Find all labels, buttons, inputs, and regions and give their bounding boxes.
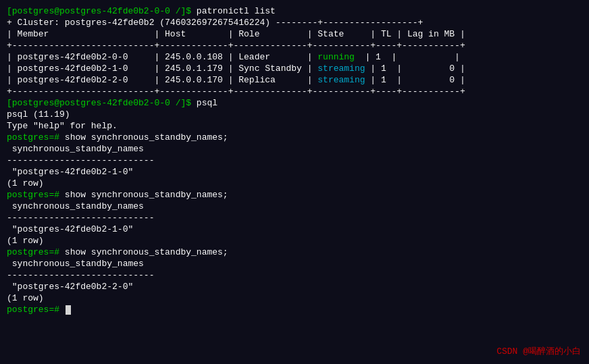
terminal-text: Type "help" for help.	[7, 121, 118, 131]
terminal-text: streaming	[317, 63, 365, 74]
terminal-line: | postgres-42fde0b2-1-0 | 245.0.1.179 | …	[7, 63, 582, 74]
terminal-text: synchronous_standby_names	[7, 144, 144, 154]
terminal-text: postgres=#	[7, 190, 65, 200]
terminal-line: postgres=# show synchronous_standby_name…	[7, 132, 582, 143]
terminal-text: postgres=#	[7, 132, 65, 142]
terminal-text: ----------------------------	[7, 155, 154, 165]
terminal-line: synchronous_standby_names	[7, 143, 582, 155]
terminal-text: | postgres-42fde0b2-0-0 | 245.0.0.108 | …	[7, 52, 317, 62]
terminal-text: (1 row)	[7, 236, 44, 246]
terminal-line: + Cluster: postgres-42fde0b2 (7460326972…	[7, 17, 582, 28]
terminal-line: [postgres@postgres-42fde0b2-0-0 /]$ patr…	[7, 5, 582, 17]
terminal-text: patronictl list	[197, 6, 276, 16]
terminal-cursor	[66, 305, 71, 315]
terminal-line: synchronous_standby_names	[7, 201, 582, 212]
terminal-text: running	[317, 52, 365, 62]
terminal-text: psql (11.19)	[7, 109, 70, 120]
terminal-text: "postgres-42fde0b2-2-0"	[7, 282, 133, 292]
terminal-line: ----------------------------	[7, 155, 582, 166]
terminal-text: (1 row)	[7, 178, 44, 188]
terminal-text: | postgres-42fde0b2-1-0 | 245.0.1.179 | …	[7, 63, 317, 74]
terminal-text: | 1 | 0 |	[365, 63, 465, 74]
terminal-line: | postgres-42fde0b2-2-0 | 245.0.0.170 | …	[7, 74, 582, 86]
terminal-line: Type "help" for help.	[7, 120, 582, 132]
terminal-line: "postgres-42fde0b2-1-0"	[7, 166, 582, 178]
watermark-prefix: CSDN @	[496, 346, 528, 357]
terminal-text: show synchronous_standby_names;	[65, 132, 228, 142]
terminal-line: ----------------------------	[7, 269, 582, 281]
terminal-text: +---------------------------+-----------…	[7, 41, 465, 51]
watermark-username: 喝醉酒的小白	[528, 346, 581, 357]
terminal-text: ----------------------------	[7, 213, 154, 223]
terminal-text: psql	[197, 98, 217, 108]
terminal-line: "postgres-42fde0b2-1-0"	[7, 224, 582, 235]
terminal-line: | Member | Host | Role | State | TL | La…	[7, 28, 582, 40]
terminal-text: "postgres-42fde0b2-1-0"	[7, 224, 133, 234]
terminal-text: + Cluster: postgres-42fde0b2 (7460326972…	[7, 18, 423, 28]
terminal-line: (1 row)	[7, 292, 582, 304]
terminal-text: (1 row)	[7, 293, 44, 303]
terminal-line: (1 row)	[7, 235, 582, 246]
terminal-text: | postgres-42fde0b2-2-0 | 245.0.0.170 | …	[7, 75, 317, 85]
terminal-text: | 1 | |	[365, 52, 460, 62]
terminal-line: ----------------------------	[7, 212, 582, 224]
terminal-line: synchronous_standby_names	[7, 258, 582, 269]
terminal-window: [postgres@postgres-42fde0b2-0-0 /]$ patr…	[0, 0, 589, 364]
terminal-text: synchronous_standby_names	[7, 201, 144, 211]
terminal-line: postgres=#	[7, 304, 582, 315]
terminal-text: [postgres@postgres-42fde0b2-0-0 /]$	[7, 98, 197, 108]
terminal-text: | 1 | 0 |	[365, 75, 465, 85]
terminal-line: +---------------------------+-----------…	[7, 40, 582, 51]
watermark: CSDN @喝醉酒的小白	[496, 345, 581, 357]
terminal-text: streaming	[317, 75, 365, 85]
terminal-text: show synchronous_standby_names;	[65, 190, 228, 200]
terminal-content: [postgres@postgres-42fde0b2-0-0 /]$ patr…	[7, 5, 582, 315]
terminal-line: postgres=# show synchronous_standby_name…	[7, 189, 582, 201]
terminal-text: ----------------------------	[7, 270, 154, 280]
terminal-line: "postgres-42fde0b2-2-0"	[7, 281, 582, 292]
terminal-text: | Member | Host | Role | State | TL | La…	[7, 29, 465, 39]
terminal-text: postgres=#	[7, 247, 65, 257]
terminal-line: [postgres@postgres-42fde0b2-0-0 /]$ psql	[7, 97, 582, 109]
terminal-line: +---------------------------+-----------…	[7, 86, 582, 97]
terminal-text: postgres=#	[7, 305, 65, 315]
terminal-text: [postgres@postgres-42fde0b2-0-0 /]$	[7, 6, 197, 16]
terminal-text: show synchronous_standby_names;	[65, 247, 228, 257]
terminal-text: synchronous_standby_names	[7, 259, 144, 269]
terminal-line: (1 row)	[7, 178, 582, 189]
terminal-text: "postgres-42fde0b2-1-0"	[7, 167, 133, 177]
terminal-line: postgres=# show synchronous_standby_name…	[7, 246, 582, 258]
terminal-line: | postgres-42fde0b2-0-0 | 245.0.0.108 | …	[7, 51, 582, 63]
terminal-text: +---------------------------+-----------…	[7, 86, 465, 97]
terminal-line: psql (11.19)	[7, 109, 582, 120]
